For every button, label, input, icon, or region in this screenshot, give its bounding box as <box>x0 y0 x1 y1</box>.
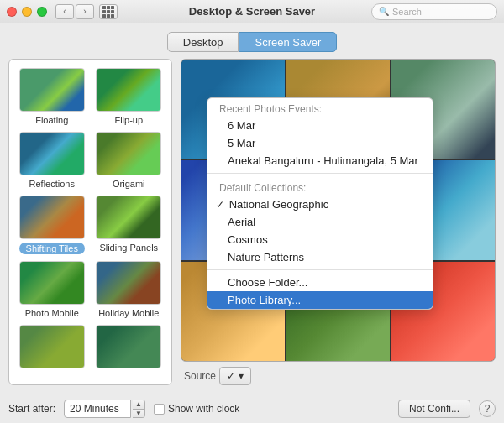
maximize-button[interactable] <box>37 7 47 17</box>
thumbnail-shifting-tiles <box>19 196 85 239</box>
grid-icon <box>102 6 114 18</box>
thumb-label-reflections: Reflections <box>29 179 75 189</box>
minimize-button[interactable] <box>22 7 32 17</box>
thumb-label-holiday-mobile: Holiday Mobile <box>98 308 159 318</box>
source-value: ✓ <box>227 370 235 382</box>
back-button[interactable]: ‹ <box>55 4 74 19</box>
dropdown-divider-1 <box>207 173 433 174</box>
window-title: Desktop & Screen Saver <box>189 5 315 18</box>
body-area: Floating Flip-up Reflections <box>0 59 504 394</box>
tab-screen-saver[interactable]: Screen Saver <box>239 32 337 52</box>
thumbnail-flipup <box>96 68 161 112</box>
start-after-value: 20 Minutes <box>64 400 131 418</box>
dropdown-divider-2 <box>207 269 433 270</box>
main-content: Desktop Screen Saver Floating Flip-up <box>0 24 504 423</box>
not-configured-button[interactable]: Not Confi... <box>398 400 470 418</box>
search-icon: 🔍 <box>379 7 389 16</box>
dropdown-item-5mar[interactable]: 5 Mar <box>207 134 433 152</box>
thumbnail-origami <box>96 132 161 175</box>
thumb-label-shifting-tiles: Shifting Tiles <box>19 243 85 254</box>
source-label: Source <box>184 370 216 382</box>
thumb-label-flipup: Flip-up <box>114 115 143 125</box>
start-after-label: Start after: <box>8 403 55 415</box>
preview-area: Recent Photos Events: 6 Mar 5 Mar Anekal… <box>181 59 496 362</box>
list-item[interactable]: Holiday Mobile <box>93 261 165 318</box>
show-with-clock-checkbox[interactable] <box>154 404 165 415</box>
list-item[interactable]: Sliding Panels <box>93 196 165 254</box>
thumbnail-sliding-panels <box>96 196 161 239</box>
list-item[interactable]: Reflections <box>16 132 88 189</box>
show-with-clock-label: Show with clock <box>154 403 239 415</box>
list-item[interactable]: Photo Mobile <box>16 261 88 318</box>
dropdown-item-6mar[interactable]: 6 Mar <box>207 117 433 134</box>
close-button[interactable] <box>7 7 17 17</box>
thumbnail-holiday-mobile <box>96 261 161 305</box>
list-item[interactable]: Floating <box>16 68 88 125</box>
search-input[interactable]: Search <box>392 7 422 17</box>
thumbnail-reflections <box>19 132 85 175</box>
thumbnail-floating <box>19 68 85 112</box>
stepper-down-button[interactable]: ▼ <box>133 410 144 418</box>
list-item[interactable] <box>93 325 165 372</box>
dropdown-item-nature-patterns[interactable]: Nature Patterns <box>207 248 433 266</box>
bottom-controls: Start after: 20 Minutes ▲ ▼ Show with cl… <box>0 394 504 423</box>
thumbnail-photo-mobile <box>19 261 85 305</box>
traffic-lights <box>7 7 47 17</box>
forward-button[interactable]: › <box>76 4 94 19</box>
tab-desktop[interactable]: Desktop <box>167 32 239 52</box>
default-collections-header: Default Collections: <box>207 177 433 196</box>
source-dropdown-menu: Recent Photos Events: 6 Mar 5 Mar Anekal… <box>207 97 433 310</box>
thumbnail-extra1 <box>19 325 85 368</box>
nav-buttons: ‹ › <box>55 4 94 19</box>
thumb-label-photo-mobile: Photo Mobile <box>25 308 79 318</box>
start-after-stepper[interactable]: 20 Minutes ▲ ▼ <box>64 400 145 418</box>
list-item[interactable]: Flip-up <box>93 68 165 125</box>
list-item[interactable]: Shifting Tiles <box>16 196 88 254</box>
dropdown-item-aerial[interactable]: Aerial <box>207 213 433 231</box>
dropdown-item-anekal[interactable]: Anekal Bangaluru - Hulimangala, 5 Mar <box>207 152 433 170</box>
checkmark-icon: ✓ <box>216 199 224 211</box>
tab-bar: Desktop Screen Saver <box>0 24 504 59</box>
grid-button[interactable] <box>99 4 118 19</box>
recent-photos-header: Recent Photos Events: <box>207 98 433 117</box>
left-panel: Floating Flip-up Reflections <box>8 59 172 385</box>
thumb-label-floating: Floating <box>35 115 68 125</box>
list-item[interactable]: Origami <box>93 132 165 189</box>
stepper-up-button[interactable]: ▲ <box>133 400 144 410</box>
source-chevron-icon: ▾ <box>239 370 244 382</box>
list-item[interactable] <box>16 325 88 372</box>
thumb-label-origami: Origami <box>113 179 145 189</box>
source-row: Source ✓ ▾ <box>181 367 496 385</box>
thumbnail-extra2 <box>96 325 161 368</box>
dropdown-item-choose-folder[interactable]: Choose Folder... <box>207 274 433 291</box>
source-dropdown-button[interactable]: ✓ ▾ <box>219 367 251 385</box>
stepper-arrows[interactable]: ▲ ▼ <box>133 400 145 418</box>
help-button[interactable]: ? <box>479 400 496 417</box>
dropdown-item-cosmos[interactable]: Cosmos <box>207 231 433 248</box>
dropdown-item-natgeo[interactable]: ✓ National Geographic <box>207 196 433 213</box>
thumb-label-sliding-panels: Sliding Panels <box>99 243 158 253</box>
right-panel: Recent Photos Events: 6 Mar 5 Mar Anekal… <box>181 59 496 385</box>
titlebar: ‹ › Desktop & Screen Saver 🔍 Search <box>0 0 504 24</box>
search-bar[interactable]: 🔍 Search <box>371 3 497 20</box>
dropdown-item-photo-library[interactable]: Photo Library... <box>207 291 433 309</box>
